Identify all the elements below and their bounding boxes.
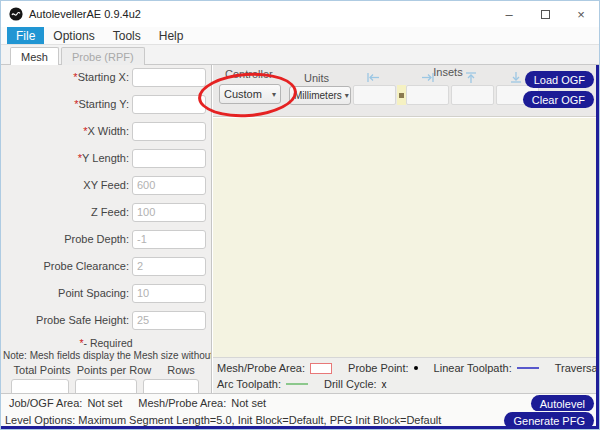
field-label-text: Y Length: [82,152,129,164]
form-row: Point Spacing: [1,283,211,303]
inset-right-input[interactable] [406,85,449,105]
starting-y-input[interactable] [132,95,206,114]
inset-top-input[interactable] [451,85,494,105]
job-ogf-area-label: Job/OGF Area: [9,397,82,409]
point-spacing-input[interactable] [132,284,206,303]
inset-left-input[interactable] [353,85,396,105]
level-options-text: Level Options: Maximum Segment Length=5.… [5,414,441,426]
field-label-text: Starting Y: [78,98,129,110]
field-label: Probe Safe Height: [1,314,129,326]
field-label: Z Feed: [1,206,129,218]
form-row: Probe Clearance: [1,256,211,276]
mesh-probe-area-value: Not set [231,397,266,409]
inset-bottom-icon [509,71,523,84]
load-ogf-button[interactable]: Load OGF [525,71,594,88]
probe-clearance-input[interactable] [132,257,206,276]
field-label-text: Starting X: [78,71,129,83]
maximize-icon[interactable] [527,1,563,27]
drill-cycle-swatch: x [382,379,387,390]
form-row: *Starting X: [1,67,211,87]
legend-mesh-area-label: Mesh/Probe Area: [217,362,305,374]
required-note: *- Required [1,337,211,349]
total-points-header: Total Points [9,364,75,378]
rows-header: Rows [153,364,209,378]
legend-mesh-area: Mesh/Probe Area: [217,362,332,374]
window-edge-right [596,65,599,429]
menu-help[interactable]: Help [150,27,193,44]
starting-x-input[interactable] [132,68,206,87]
form-row: *X Width: [1,121,211,141]
arc-toolpath-swatch [286,383,308,385]
legend-drill-cycle: Drill Cycle: x [324,378,387,390]
legend-row: Mesh/Probe Area: Probe Point: Linear Too… [217,360,596,376]
clear-ogf-button[interactable]: Clear OGF [523,91,594,108]
legend-linear-label: Linear Toolpath: [434,362,512,374]
field-label: *Starting X: [1,71,129,83]
app-window: AutolevellerAE 0.9.4u2 – × File Options … [0,0,600,430]
mesh-note: Note: Mesh fields display the Mesh size … [1,349,211,362]
legend-arc-label: Arc Toolpath: [217,378,281,390]
app-logo-icon [9,7,23,21]
window-controls: – × [491,1,599,27]
form-row: *Starting Y: [1,94,211,114]
stats-headers: Total Points Points per Row Rows [1,364,211,378]
form-row: Z Feed: [1,202,211,222]
probe-point-swatch [414,366,418,370]
window-title: AutolevellerAE 0.9.4u2 [29,8,141,20]
field-label-text: Z Feed: [91,206,129,218]
form-row: *Y Length: [1,148,211,168]
maximize-box-glyph [541,10,550,19]
legend-traversal-label: Traversal Move: [555,362,600,374]
field-label-text: Probe Safe Height: [36,314,129,326]
legend: Mesh/Probe Area: Probe Point: Linear Too… [213,357,596,393]
status-row-areas: Job/OGF Area: Not set Mesh/Probe Area: N… [1,393,596,411]
mesh-area-swatch [310,363,332,374]
tab-probe-rpf[interactable]: Probe (RPF) [61,47,145,65]
tab-mesh[interactable]: Mesh [10,47,59,65]
field-label-text: Probe Clearance: [43,260,129,272]
field-label-text: Probe Depth: [64,233,129,245]
close-icon[interactable]: × [563,1,599,27]
menu-tools[interactable]: Tools [104,27,150,44]
legend-probe-point-label: Probe Point: [348,362,409,374]
controller-dropdown[interactable]: Custom ▾ [219,84,281,104]
probe-depth-input[interactable] [132,230,206,249]
menu-options[interactable]: Options [44,27,103,44]
controller-value: Custom [224,88,262,100]
x-width-input[interactable] [132,122,206,141]
menu-file[interactable]: File [7,27,44,44]
tab-bar: Mesh Probe (RPF) [1,45,599,65]
form-row: Probe Depth: [1,229,211,249]
field-label-text: XY Feed: [83,179,129,191]
legend-traversal-move: Traversal Move: [555,362,600,374]
field-label-text: X Width: [87,125,129,137]
field-label: Probe Clearance: [1,260,129,272]
form-row: XY Feed: [1,175,211,195]
xy-feed-input[interactable] [132,176,206,195]
y-length-input[interactable] [132,149,206,168]
legend-row: Arc Toolpath: Drill Cycle: x [217,376,596,392]
window-edge-bottom [1,426,599,429]
mesh-probe-area-status: Mesh/Probe Area: Not set [138,397,266,409]
legend-probe-point: Probe Point: [348,362,418,374]
legend-linear-toolpath: Linear Toolpath: [434,362,539,374]
field-label: Probe Depth: [1,233,129,245]
legend-arc-toolpath: Arc Toolpath: [217,378,308,390]
z-feed-input[interactable] [132,203,206,222]
inset-top-icon [464,71,478,84]
autolevel-button[interactable]: Autolevel [531,395,594,412]
form-row: Probe Safe Height: [1,310,211,330]
chevron-down-icon: ▾ [345,91,349,100]
mesh-probe-area-label: Mesh/Probe Area: [138,397,226,409]
inset-tooltip-marker [397,85,406,105]
inset-right-icon [421,71,435,84]
probe-safe-height-input[interactable] [132,311,206,330]
minimize-icon[interactable]: – [491,1,527,27]
linear-toolpath-swatch [517,367,539,369]
field-label: *Starting Y: [1,98,129,110]
job-ogf-area-value: Not set [87,397,122,409]
menu-bar: File Options Tools Help [1,27,599,45]
field-label: XY Feed: [1,179,129,191]
units-dropdown[interactable]: Millimeters ▾ [289,86,351,105]
legend-drill-label: Drill Cycle: [324,378,377,390]
